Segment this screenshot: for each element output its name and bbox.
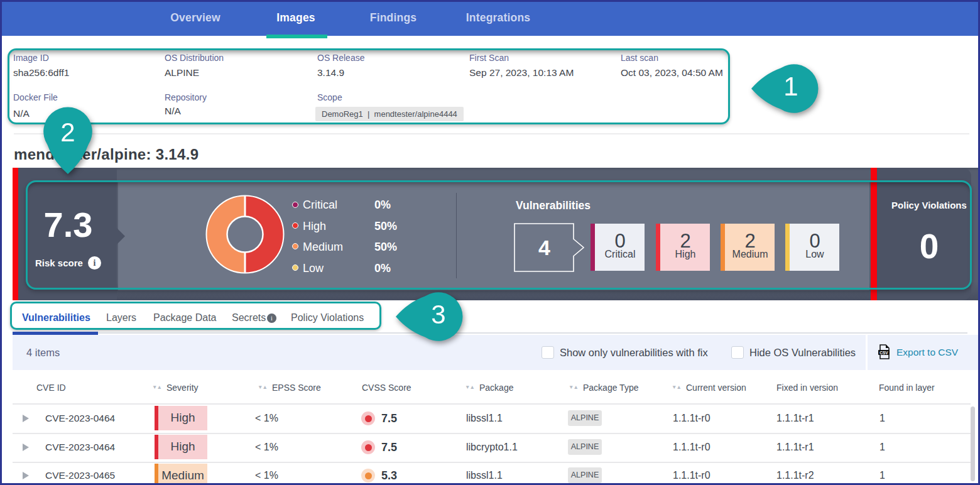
svg-text:CSV: CSV: [879, 351, 888, 355]
